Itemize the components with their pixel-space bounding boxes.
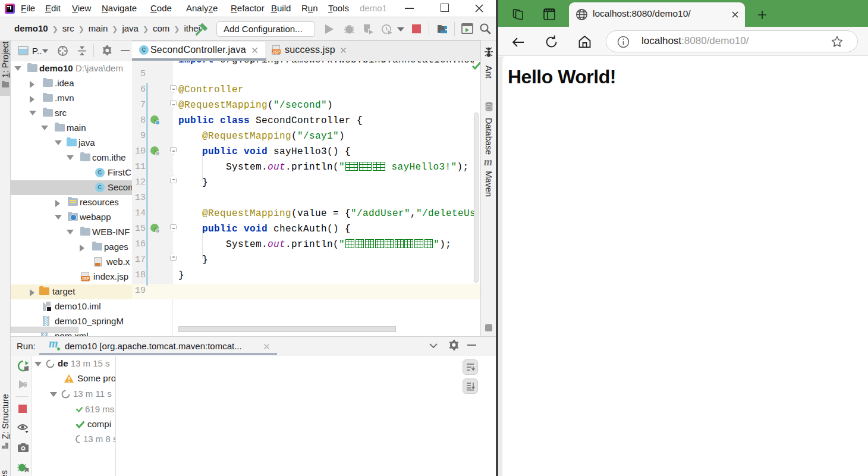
- svg-text:9: 9: [23, 381, 27, 389]
